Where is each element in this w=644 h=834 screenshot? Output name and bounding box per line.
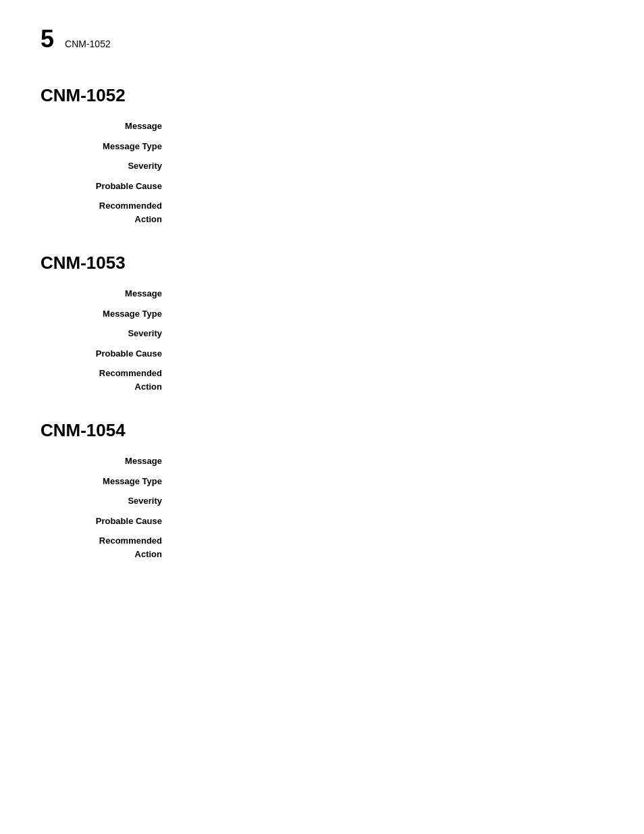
field-value-cnm-1054-3: [176, 515, 603, 528]
field-label-cnm-1053-0: Message: [41, 287, 176, 301]
field-label-cnm-1053-2: Severity: [41, 327, 176, 340]
field-label-cnm-1053-4: RecommendedAction: [41, 367, 176, 393]
entry-cnm-1054: CNM-1054MessageMessage TypeSeverityProba…: [41, 420, 603, 561]
field-row-cnm-1052-2: Severity: [41, 159, 603, 173]
field-row-cnm-1052-4: RecommendedAction: [41, 199, 603, 226]
entry-cnm-1053: CNM-1053MessageMessage TypeSeverityProba…: [41, 253, 603, 393]
field-row-cnm-1054-1: Message Type: [41, 475, 603, 488]
entries-container: CNM-1052MessageMessage TypeSeverityProba…: [41, 85, 603, 561]
field-label-cnm-1052-3: Probable Cause: [41, 180, 176, 193]
field-value-cnm-1053-2: [176, 327, 603, 340]
field-label-cnm-1054-1: Message Type: [41, 475, 176, 488]
field-row-cnm-1052-1: Message Type: [41, 140, 603, 153]
field-value-cnm-1052-2: [176, 159, 603, 173]
field-label-cnm-1053-1: Message Type: [41, 307, 176, 321]
field-row-cnm-1054-3: Probable Cause: [41, 515, 603, 528]
field-value-cnm-1052-0: [176, 120, 603, 133]
entry-title-cnm-1054: CNM-1054: [41, 420, 603, 441]
field-row-cnm-1053-4: RecommendedAction: [41, 367, 603, 393]
field-value-cnm-1053-3: [176, 347, 603, 361]
field-label-cnm-1052-0: Message: [41, 120, 176, 133]
field-value-cnm-1052-4: [176, 199, 603, 226]
field-label-cnm-1054-2: Severity: [41, 494, 176, 508]
field-value-cnm-1054-0: [176, 454, 603, 468]
field-row-cnm-1054-2: Severity: [41, 494, 603, 508]
field-value-cnm-1054-4: [176, 534, 603, 561]
field-label-cnm-1054-3: Probable Cause: [41, 515, 176, 528]
field-row-cnm-1053-2: Severity: [41, 327, 603, 340]
entry-cnm-1052: CNM-1052MessageMessage TypeSeverityProba…: [41, 85, 603, 226]
field-value-cnm-1053-0: [176, 287, 603, 301]
page-number: 5: [41, 27, 54, 51]
field-row-cnm-1053-1: Message Type: [41, 307, 603, 321]
field-label-cnm-1052-1: Message Type: [41, 140, 176, 153]
field-value-cnm-1053-1: [176, 307, 603, 321]
field-row-cnm-1053-3: Probable Cause: [41, 347, 603, 361]
field-row-cnm-1052-0: Message: [41, 120, 603, 133]
field-value-cnm-1054-1: [176, 475, 603, 488]
field-label-cnm-1052-2: Severity: [41, 159, 176, 173]
field-row-cnm-1054-0: Message: [41, 454, 603, 468]
field-label-cnm-1053-3: Probable Cause: [41, 347, 176, 361]
field-row-cnm-1053-0: Message: [41, 287, 603, 301]
field-label-cnm-1054-0: Message: [41, 454, 176, 468]
field-label-cnm-1054-4: RecommendedAction: [41, 534, 176, 561]
field-label-cnm-1052-4: RecommendedAction: [41, 199, 176, 226]
page-subtitle: CNM-1052: [65, 38, 111, 49]
entry-title-cnm-1052: CNM-1052: [41, 85, 603, 106]
field-row-cnm-1054-4: RecommendedAction: [41, 534, 603, 561]
field-row-cnm-1052-3: Probable Cause: [41, 180, 603, 193]
field-value-cnm-1053-4: [176, 367, 603, 393]
field-value-cnm-1052-3: [176, 180, 603, 193]
field-value-cnm-1052-1: [176, 140, 603, 153]
field-value-cnm-1054-2: [176, 494, 603, 508]
page-header: 5 CNM-1052: [41, 27, 603, 51]
entry-title-cnm-1053: CNM-1053: [41, 253, 603, 273]
